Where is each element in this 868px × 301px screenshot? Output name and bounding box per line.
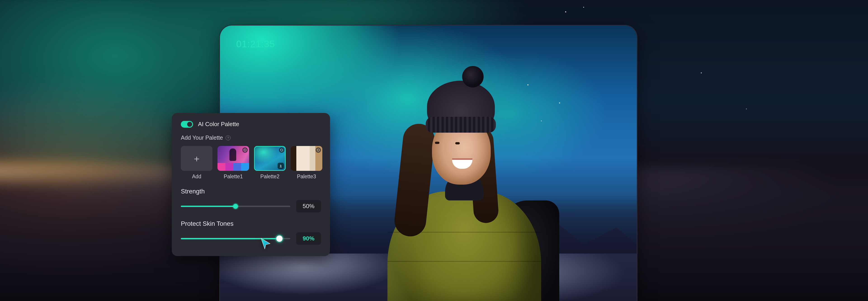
add-label: Add bbox=[192, 173, 202, 180]
ai-color-palette-toggle[interactable] bbox=[181, 121, 193, 128]
strength-label: Strength bbox=[181, 188, 321, 195]
ai-color-palette-panel: AI Color Palette Add Your Palette ? ＋ Ad… bbox=[172, 113, 330, 256]
strength-value[interactable]: 50% bbox=[296, 200, 321, 212]
refresh-icon[interactable] bbox=[315, 147, 321, 153]
palette-card-3[interactable]: Palette3 bbox=[291, 146, 322, 180]
star bbox=[541, 121, 542, 121]
refresh-icon[interactable] bbox=[242, 147, 248, 153]
help-icon[interactable]: ? bbox=[225, 135, 230, 140]
star bbox=[559, 102, 560, 103]
palette-2-label: Palette2 bbox=[260, 173, 279, 180]
refresh-icon[interactable] bbox=[279, 147, 284, 153]
star bbox=[527, 84, 528, 86]
palette-row: ＋ Add Palette1 Palette2 bbox=[181, 146, 321, 180]
star bbox=[701, 72, 702, 73]
protect-skin-value[interactable]: 90% bbox=[296, 232, 321, 245]
star bbox=[565, 11, 566, 12]
star bbox=[583, 7, 584, 8]
timestamp: 01:21:35 bbox=[236, 39, 275, 49]
cursor-icon bbox=[259, 237, 272, 250]
download-icon[interactable] bbox=[278, 163, 284, 169]
palette-card-2-selected[interactable]: Palette2 bbox=[254, 146, 286, 180]
subject-person bbox=[378, 74, 550, 301]
protect-skin-slider[interactable] bbox=[181, 238, 290, 239]
strength-slider[interactable] bbox=[181, 206, 290, 207]
palette-card-1[interactable]: Palette1 bbox=[217, 146, 249, 180]
palette-1-label: Palette1 bbox=[224, 173, 243, 180]
add-palette-label: Add Your Palette bbox=[181, 134, 223, 141]
star bbox=[746, 108, 747, 109]
protect-skin-label: Protect Skin Tones bbox=[181, 220, 321, 227]
add-palette-button[interactable]: ＋ Add bbox=[181, 146, 213, 180]
panel-title: AI Color Palette bbox=[198, 121, 239, 128]
palette-3-label: Palette3 bbox=[297, 173, 316, 180]
plus-icon: ＋ bbox=[192, 152, 201, 165]
